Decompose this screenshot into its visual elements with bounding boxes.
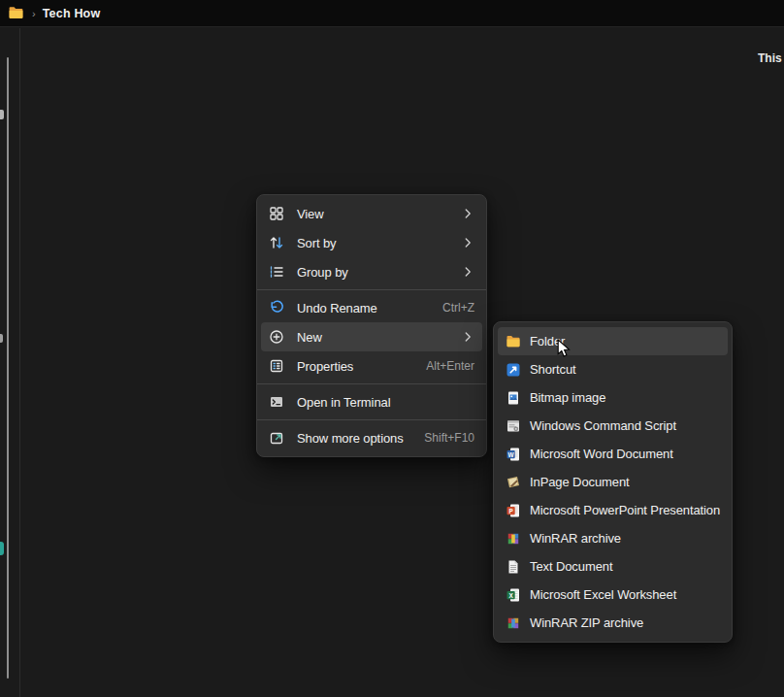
svg-text:P: P xyxy=(508,507,513,514)
menu-item-label: Microsoft Excel Worksheet xyxy=(530,587,720,602)
chevron-right-icon xyxy=(461,330,474,344)
menu-item-group-by[interactable]: Group by xyxy=(261,257,482,286)
menu-item-label: Folder xyxy=(530,334,720,348)
menu-item-winrar-zip-archive[interactable]: WinRAR ZIP archive xyxy=(498,609,728,637)
menu-separator xyxy=(257,383,486,384)
text-doc-icon xyxy=(506,559,521,575)
empty-folder-message: This f xyxy=(758,51,784,65)
nav-item-fragment xyxy=(0,110,4,119)
menu-item-label: New xyxy=(297,330,448,345)
menu-item-label: Text Document xyxy=(530,559,720,574)
menu-item-shortcut: Alt+Enter xyxy=(426,359,474,373)
svg-text:X: X xyxy=(508,591,513,598)
menu-item-sort-by[interactable]: Sort by xyxy=(261,228,482,257)
cmd-script-icon xyxy=(506,418,521,434)
winrar-zip-icon xyxy=(506,615,521,631)
menu-item-view[interactable]: View xyxy=(261,199,482,228)
breadcrumb-chevron-icon: › xyxy=(32,8,36,19)
breadcrumb-location[interactable]: Tech How xyxy=(43,7,101,20)
nav-pane-edge xyxy=(0,28,20,697)
svg-text:W: W xyxy=(508,450,515,457)
menu-item-label: Bitmap image xyxy=(530,390,720,405)
inpage-icon xyxy=(506,475,521,490)
menu-separator xyxy=(257,419,486,420)
menu-item-microsoft-word-document[interactable]: WMicrosoft Word Document xyxy=(498,440,728,468)
undo-icon xyxy=(269,300,284,315)
menu-item-label: Microsoft Word Document xyxy=(530,447,720,461)
menu-item-label: Undo Rename xyxy=(297,301,430,315)
sort-icon xyxy=(269,235,284,250)
scrollbar-thumb[interactable] xyxy=(7,57,9,679)
shortcut-icon xyxy=(506,362,521,378)
menu-item-label: Group by xyxy=(297,265,448,280)
winrar-icon xyxy=(506,531,521,547)
menu-item-new[interactable]: New xyxy=(261,322,482,351)
menu-item-folder[interactable]: Folder xyxy=(498,327,728,355)
menu-item-label: Properties xyxy=(297,359,413,374)
menu-item-label: Microsoft PowerPoint Presentation xyxy=(530,503,720,517)
menu-item-winrar-archive[interactable]: WinRAR archive xyxy=(498,524,728,552)
menu-item-properties[interactable]: PropertiesAlt+Enter xyxy=(261,351,482,381)
menu-separator xyxy=(257,289,486,290)
explorer-window: › Tech How This f ViewSort byGroup byUnd… xyxy=(0,0,784,697)
nav-item-fragment xyxy=(0,542,4,555)
bitmap-icon xyxy=(506,390,521,406)
menu-item-label: Windows Command Script xyxy=(530,418,720,433)
word-icon: W xyxy=(506,447,521,462)
terminal-icon xyxy=(269,394,284,410)
folder-icon xyxy=(506,334,521,349)
powerpoint-icon: P xyxy=(506,503,521,518)
menu-item-label: View xyxy=(297,207,448,221)
menu-item-shortcut[interactable]: Shortcut xyxy=(498,355,728,383)
menu-item-undo-rename[interactable]: Undo RenameCtrl+Z xyxy=(261,293,482,322)
menu-item-label: Show more options xyxy=(297,431,411,446)
menu-item-label: InPage Document xyxy=(530,475,720,489)
chevron-right-icon xyxy=(461,236,474,249)
menu-item-label: Open in Terminal xyxy=(297,395,474,410)
show-more-icon xyxy=(269,430,284,446)
menu-item-microsoft-excel-worksheet[interactable]: XMicrosoft Excel Worksheet xyxy=(498,581,728,609)
menu-item-label: WinRAR ZIP archive xyxy=(530,615,720,630)
chevron-right-icon xyxy=(461,265,474,279)
group-icon xyxy=(269,264,284,280)
menu-item-bitmap-image[interactable]: Bitmap image xyxy=(498,383,728,412)
menu-item-shortcut: Ctrl+Z xyxy=(442,301,474,315)
context-menu: ViewSort byGroup byUndo RenameCtrl+ZNewP… xyxy=(256,194,487,457)
menu-item-microsoft-powerpoint-presentation[interactable]: PMicrosoft PowerPoint Presentation xyxy=(498,496,728,524)
menu-item-label: WinRAR archive xyxy=(530,531,720,546)
view-icon xyxy=(269,206,284,221)
title-bar: › Tech How xyxy=(0,0,784,27)
menu-item-shortcut: Shift+F10 xyxy=(424,431,474,445)
menu-item-open-in-terminal[interactable]: Open in Terminal xyxy=(261,387,482,416)
new-icon xyxy=(269,329,284,345)
chevron-right-icon xyxy=(461,207,474,220)
excel-icon: X xyxy=(506,587,521,603)
menu-item-inpage-document[interactable]: InPage Document xyxy=(498,468,728,496)
menu-item-label: Shortcut xyxy=(530,362,720,377)
folder-icon xyxy=(8,5,24,21)
menu-item-windows-command-script[interactable]: Windows Command Script xyxy=(498,412,728,440)
menu-item-text-document[interactable]: Text Document xyxy=(498,552,728,581)
menu-item-label: Sort by xyxy=(297,236,448,250)
menu-item-show-more-options[interactable]: Show more optionsShift+F10 xyxy=(261,423,482,452)
properties-icon xyxy=(269,358,284,374)
nav-item-fragment xyxy=(0,334,3,343)
new-submenu: FolderShortcutBitmap imageWindows Comman… xyxy=(493,321,733,643)
